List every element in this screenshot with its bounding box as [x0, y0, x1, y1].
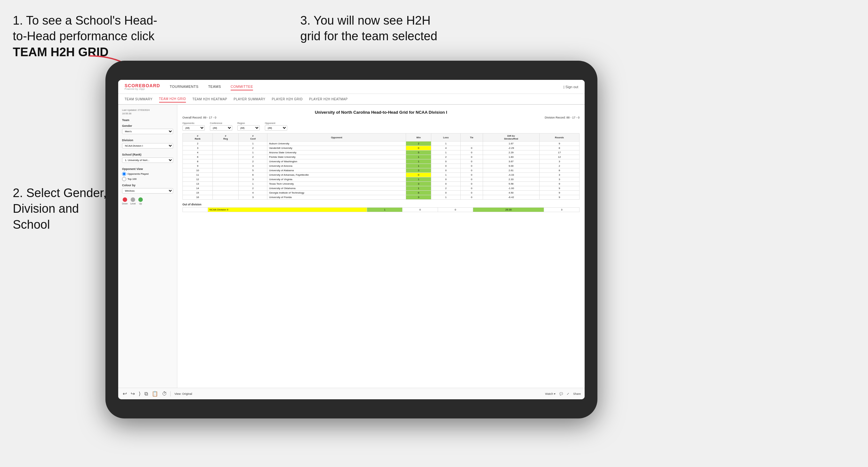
subnav-player-summary[interactable]: PLAYER SUMMARY	[234, 96, 265, 102]
cell-rank: 8	[183, 159, 213, 164]
redo-button[interactable]: ↪	[130, 390, 135, 397]
nav-committee[interactable]: COMMITTEE	[231, 83, 253, 90]
cell-reg	[213, 173, 239, 177]
ood-rounds: 3	[544, 208, 580, 212]
cell-conf: 2	[239, 186, 268, 191]
cell-loss: 0	[431, 164, 461, 168]
table-row: 4 1 Arizona State University 5 1 0 2.29 …	[183, 151, 580, 155]
cell-opponent: University of Alabama	[268, 168, 406, 173]
comment-button[interactable]: 💬	[559, 392, 563, 396]
cell-diff: 2.33	[483, 177, 539, 182]
cell-loss: 0	[431, 159, 461, 164]
view-original[interactable]: View: Original	[175, 392, 192, 396]
colour-section: Colour by Win/loss Down Level	[122, 184, 173, 205]
subnav-team-summary[interactable]: TEAM SUMMARY	[125, 96, 153, 102]
cell-win: 2	[406, 142, 431, 146]
subnav-team-h2h-heatmap[interactable]: TEAM H2H HEATMAP	[192, 96, 227, 102]
tablet-screen: SCOREBOARD Powered by clippi TOURNAMENTS…	[118, 80, 585, 399]
cell-tie: 0	[460, 155, 483, 159]
nav-tournaments[interactable]: TOURNAMENTS	[169, 83, 198, 90]
copy-button[interactable]: ⧉	[144, 390, 149, 397]
cell-conf: 5	[239, 168, 268, 173]
sidebar-timestamp: Last Updated: 27/03/2024 16:55:38	[122, 108, 173, 115]
radio-top100[interactable]: Top 100	[122, 177, 173, 181]
cell-tie: 0	[460, 146, 483, 151]
cell-reg	[213, 142, 239, 146]
grid-title: University of North Carolina Head-to-Hea…	[182, 110, 580, 115]
col-loss: Loss	[431, 133, 461, 142]
cell-reg	[213, 159, 239, 164]
colour-dot-up	[138, 197, 143, 202]
opponents-filter-select[interactable]: (All)	[182, 125, 205, 131]
cell-rank: 3	[183, 146, 213, 151]
radio-opponents-played[interactable]: Opponents Played	[122, 172, 173, 176]
cell-loss: 2	[431, 155, 461, 159]
h2h-table: #Rank #Reg #Conf Opponent Win Loss Tie D…	[182, 133, 580, 200]
time-button[interactable]: ⏱	[161, 390, 168, 397]
watch-button[interactable]: Watch ▾	[545, 392, 556, 396]
cell-rank: 12	[183, 177, 213, 182]
region-filter-select[interactable]: (All)	[237, 125, 260, 131]
division-select[interactable]: NCAA Division I	[122, 143, 173, 149]
table-row: 14 2 University of Oklahoma 1 2 0 -1.00 …	[183, 186, 580, 191]
cell-win: 1	[406, 155, 431, 159]
nav-sign-out[interactable]: | Sign out	[563, 85, 578, 89]
colour-select[interactable]: Win/loss	[122, 188, 173, 193]
cell-rank: 11	[183, 173, 213, 177]
cell-conf: 3	[239, 177, 268, 182]
table-body: 2 1 Auburn University 2 1 1.67 9 3 2 Van…	[183, 142, 580, 200]
subnav-player-h2h-heatmap[interactable]: PLAYER H2H HEATMAP	[309, 96, 348, 102]
cell-loss: 0	[431, 177, 461, 182]
cell-conf: 2	[239, 146, 268, 151]
cell-tie	[460, 142, 483, 146]
cell-win: 1	[406, 159, 431, 164]
undo-button[interactable]: ↩	[122, 390, 127, 397]
cell-diff: 3.67	[483, 159, 539, 164]
cell-rounds: 17	[539, 151, 579, 155]
share-button[interactable]: Share	[573, 392, 581, 396]
cell-loss: 0	[431, 168, 461, 173]
colour-dots: Down Level Up	[122, 197, 173, 205]
team-label: Team	[122, 119, 173, 122]
subnav-team-h2h-grid[interactable]: TEAM H2H GRID	[159, 96, 186, 102]
cell-tie: 0	[460, 182, 483, 186]
cell-opponent: Vanderbilt University	[268, 146, 406, 151]
cell-tie: 0	[460, 177, 483, 182]
forward-button[interactable]: ⟩	[138, 390, 141, 397]
col-opponent: Opponent	[268, 133, 406, 142]
grid-records: Overall Record: 89 - 17 - 0 Division Rec…	[182, 116, 580, 119]
cell-reg	[213, 191, 239, 195]
colour-dot-down	[123, 197, 127, 202]
cell-conf: 2	[239, 155, 268, 159]
nav-links: TOURNAMENTS TEAMS COMMITTEE	[169, 83, 563, 90]
cell-opponent: Arizona State University	[268, 151, 406, 155]
ann3-line1: 3. You will now see H2H	[300, 14, 431, 27]
cell-conf: 1	[239, 151, 268, 155]
main-content: Last Updated: 27/03/2024 16:55:38 Team G…	[118, 105, 585, 388]
subnav-player-h2h-grid[interactable]: PLAYER H2H GRID	[272, 96, 303, 102]
conference-filter-select[interactable]: (All)	[210, 125, 232, 131]
cell-tie: 0	[460, 173, 483, 177]
ood-win: 1	[367, 208, 403, 212]
cell-reg	[213, 146, 239, 151]
opponent-filter-select[interactable]: (All)	[265, 125, 287, 131]
school-select[interactable]: 1. University of Nort...	[122, 157, 173, 163]
gender-select[interactable]: Men's	[122, 129, 173, 134]
gender-label: Gender	[122, 124, 173, 127]
cell-rank: 16	[183, 195, 213, 200]
tablet-frame: SCOREBOARD Powered by clippi TOURNAMENTS…	[105, 61, 597, 418]
division-label: Division	[122, 138, 173, 142]
ann2-line3: School	[13, 218, 50, 231]
cell-loss: 1	[431, 142, 461, 146]
cell-rounds: 9	[539, 186, 579, 191]
nav-teams[interactable]: TEAMS	[208, 83, 221, 90]
school-label: School (Rank)	[122, 153, 173, 156]
paste-button[interactable]: 📋	[151, 390, 159, 397]
toolbar: ↩ ↪ ⟩ ⧉ 📋 ⏱ View: Original Watch ▾ 💬 ⤢ S…	[118, 388, 585, 399]
cell-rounds: 8	[539, 168, 579, 173]
expand-button[interactable]: ⤢	[567, 392, 569, 396]
logo-sub: Powered by clippi	[125, 88, 169, 90]
cell-reg	[213, 182, 239, 186]
colour-dot-level	[131, 197, 135, 202]
cell-opponent: University of Oklahoma	[268, 186, 406, 191]
